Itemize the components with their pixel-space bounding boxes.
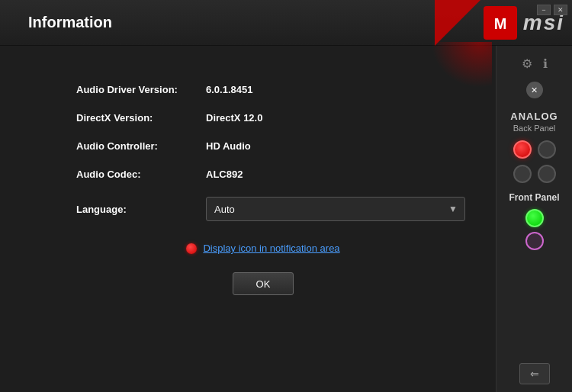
right-sidebar: ⚙ ℹ ✕ ANALOG Back Panel: [496, 46, 572, 392]
back-panel-row-1: [496, 140, 572, 159]
language-label: Language:: [76, 204, 206, 215]
notification-dot-icon: [186, 243, 197, 254]
content-area: Audio Driver Version: 6.0.1.8451 DirectX…: [0, 46, 572, 392]
back-panel-port-1[interactable]: [513, 140, 532, 159]
back-panel-port-2[interactable]: [538, 140, 556, 159]
directx-label: DirectX Version:: [76, 112, 206, 124]
audio-codec-row: Audio Codec: ALC892: [31, 169, 465, 180]
window-title: Information: [28, 14, 112, 31]
sidebar-bottom: ⇐: [496, 363, 572, 384]
close-button[interactable]: ✕: [554, 5, 567, 15]
analog-title: ANALOG: [496, 111, 572, 122]
front-panel-label: Front Panel: [496, 192, 572, 203]
back-panel-port-3[interactable]: [513, 165, 532, 183]
language-row: Language: AutoEnglishChineseGermanFrench…: [31, 197, 465, 221]
main-panel: Audio Driver Version: 6.0.1.8451 DirectX…: [0, 46, 496, 392]
back-panel-row-2: [496, 165, 572, 183]
language-select[interactable]: AutoEnglishChineseGermanFrenchSpanishJap…: [206, 197, 465, 221]
notification-row: Display icon in notification area: [31, 243, 465, 254]
audio-controller-value: HD Audio: [206, 140, 251, 152]
sidebar-close-button[interactable]: ✕: [526, 82, 543, 98]
front-panel-row-2: [496, 232, 572, 250]
window-controls: − ✕: [537, 5, 567, 15]
info-rows: Audio Driver Version: 6.0.1.8451 DirectX…: [31, 84, 465, 221]
minimize-button[interactable]: −: [537, 5, 551, 15]
settings-icon[interactable]: ⚙: [522, 56, 532, 71]
front-panel-port-2[interactable]: [525, 232, 544, 250]
sidebar-top-icons: ⚙ ℹ: [522, 53, 548, 71]
main-window: Information M msi − ✕: [0, 0, 572, 392]
directx-value: DirectX 12.0: [206, 112, 262, 124]
back-panel-port-4[interactable]: [538, 165, 556, 183]
red-accent-decoration: [435, 0, 480, 46]
info-icon[interactable]: ℹ: [543, 56, 548, 71]
svg-text:M: M: [493, 15, 506, 32]
audio-codec-label: Audio Codec:: [76, 169, 206, 180]
back-panel-label: Back Panel: [496, 124, 572, 133]
audio-controller-label: Audio Controller:: [76, 140, 206, 152]
audio-driver-value: 6.0.1.8451: [206, 84, 252, 95]
audio-driver-row: Audio Driver Version: 6.0.1.8451: [31, 84, 465, 95]
language-select-wrapper: AutoEnglishChineseGermanFrenchSpanishJap…: [206, 197, 465, 221]
directx-row: DirectX Version: DirectX 12.0: [31, 112, 465, 124]
audio-controller-row: Audio Controller: HD Audio: [31, 140, 465, 152]
sidebar-back-button[interactable]: ⇐: [519, 363, 550, 384]
audio-driver-label: Audio Driver Version:: [76, 84, 206, 95]
msi-dragon-icon: M: [484, 6, 517, 40]
front-panel-row-1: [496, 209, 572, 227]
title-bar: Information M msi − ✕: [0, 0, 572, 46]
front-panel-port-1[interactable]: [525, 209, 544, 227]
notification-link[interactable]: Display icon in notification area: [203, 243, 339, 254]
ok-button[interactable]: OK: [233, 272, 294, 295]
audio-codec-value: ALC892: [206, 169, 243, 180]
analog-section: ANALOG Back Panel Front Panel: [496, 111, 572, 255]
ok-button-row: OK: [31, 272, 465, 295]
